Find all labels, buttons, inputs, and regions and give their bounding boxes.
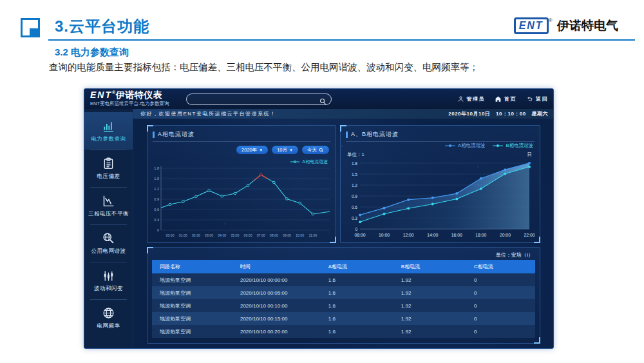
search-input[interactable] <box>192 94 317 106</box>
svg-text:0.6: 0.6 <box>154 208 159 211</box>
table-cell: 1.6 <box>321 290 393 296</box>
current-data-table: 回路名称时间A相电流B相电流C相电流地源热泵空调2020/10/10 00:00… <box>152 260 535 338</box>
flicker-bars-icon <box>102 269 115 282</box>
sidebar-item-label: 电压偏差 <box>97 173 120 181</box>
chart2-legend: A相电流谐波 B相电流谐波 <box>445 142 533 149</box>
table-cell: 回路名称 <box>152 263 232 270</box>
legend-series-b[interactable]: B相电流谐波 <box>493 142 533 149</box>
globe-icon <box>102 306 115 320</box>
table-cell: A相电流 <box>321 263 393 270</box>
svg-text:05:00: 05:00 <box>231 233 239 237</box>
user-menu-label: 返回 <box>536 95 548 103</box>
user-menu-label: 首页 <box>504 95 516 103</box>
legend-line-icon <box>493 144 503 148</box>
svg-text:22:00: 22:00 <box>524 233 535 237</box>
sidebar-item-2[interactable]: 电压偏差 <box>84 150 133 187</box>
app-logo: ENT®伊诺特仪表 ENT变电所运维云平台-电力参数查询 <box>90 90 169 106</box>
table-cell: 1.92 <box>393 277 466 283</box>
sidebar-item-label: 电力参数查询 <box>91 135 126 143</box>
ab-phase-harmonic-area-chart: 00.30.60.91.21.51.808:0010:0012:0014:001… <box>345 159 536 239</box>
table-cell: 2020/10/10 00:15:00 <box>232 316 321 322</box>
app-subtitle: ENT变电所运维云平台-电力参数查询 <box>90 101 169 106</box>
datetime-display: 2020年10月10日 10：10：00 星期六 <box>444 110 548 117</box>
filter-month-button[interactable]: 10月▼ <box>272 146 298 154</box>
search-bar[interactable] <box>186 93 332 105</box>
table-cell: 1.92 <box>393 303 466 309</box>
svg-text:0.9: 0.9 <box>352 194 357 199</box>
table-cell: 1.6 <box>321 316 393 322</box>
sidebar-item-3[interactable]: 三相电压不平衡 <box>84 187 133 224</box>
chart-panel-ab-phase: A、B相电流谐波 A相电流谐波 B相电流谐波 单位：1 日 00.30.60.9… <box>340 125 540 243</box>
svg-text:18:00: 18:00 <box>475 233 486 237</box>
sidebar-item-label: 波动和闪变 <box>94 285 123 293</box>
table-row: 地源热泵空调2020/10/10 00:10:001.61.920 <box>152 299 535 312</box>
clipboard-icon <box>102 157 115 170</box>
svg-text:1.5: 1.5 <box>154 177 159 181</box>
chart2-period-label: 日 <box>527 152 533 158</box>
table-cell: 2020/10/10 00:20:00 <box>232 329 321 335</box>
table-cell: 2020/10/10 00:05:00 <box>232 290 321 296</box>
table-row: 地源热泵空调2020/10/10 00:15:001.61.920 <box>152 312 535 325</box>
svg-text:0.3: 0.3 <box>154 218 159 222</box>
table-cell: 2020/10/10 00:00:00 <box>232 277 321 283</box>
a-phase-harmonic-line-chart: 00.30.60.91.21.51.800:0001:0002:0003:000… <box>150 163 333 239</box>
chevron-down-icon: ▼ <box>259 148 263 152</box>
svg-text:1.2: 1.2 <box>154 187 159 191</box>
search-icon <box>319 148 324 153</box>
app-logo-text: ENT <box>90 90 112 100</box>
sidebar-item-6[interactable]: 电网频率 <box>84 299 133 337</box>
company-logo: ENT® 伊诺特电气 <box>514 17 618 34</box>
app-logo-name: 伊诺特仪表 <box>116 90 163 100</box>
svg-text:04:00: 04:00 <box>218 233 226 237</box>
table-cell: 0 <box>466 329 535 335</box>
title-accent-bar <box>346 132 348 138</box>
table-cell: 地源热泵空调 <box>152 328 232 335</box>
back-icon <box>526 95 533 103</box>
sidebar-item-5[interactable]: 波动和闪变 <box>84 262 133 299</box>
table-row: 地源热泵空调2020/10/10 00:05:001.61.920 <box>152 286 535 299</box>
svg-text:14:00: 14:00 <box>427 233 438 237</box>
table-cell: 0 <box>466 316 535 322</box>
svg-text:07:00: 07:00 <box>257 233 265 237</box>
table-cell: C相电流 <box>466 263 535 270</box>
time-text: 10：10：00 <box>496 111 526 117</box>
filter-year-button[interactable]: 2020年▼ <box>236 146 268 154</box>
svg-text:02:00: 02:00 <box>192 233 200 237</box>
chevron-down-icon: ▼ <box>289 148 293 152</box>
svg-text:1.5: 1.5 <box>352 172 357 177</box>
table-cell: 1.92 <box>393 329 466 335</box>
user-menu-home[interactable]: 首页 <box>495 95 516 103</box>
page-title: 3.云平台功能 <box>55 16 149 37</box>
svg-text:0: 0 <box>157 228 159 232</box>
line-chart-icon <box>102 194 115 208</box>
sidebar-item-1[interactable]: 电力参数查询 <box>84 112 133 150</box>
svg-text:0: 0 <box>355 227 357 231</box>
current-data-table-panel: 单位：安培（I） 回路名称时间A相电流B相电流C相电流地源热泵空调2020/10… <box>147 247 540 344</box>
table-cell: 地源热泵空调 <box>152 289 232 297</box>
dashboard-screenshot: ENT®伊诺特仪表 ENT变电所运维云平台-电力参数查询 管理员首页返回 你好，… <box>84 88 554 349</box>
svg-text:1.2: 1.2 <box>352 183 357 188</box>
svg-text:0.6: 0.6 <box>352 205 357 210</box>
body-text: 查询的电能质量主要指标包括：电压偏差、三相电压不平衡、公用电网谐波、波动和闪变、… <box>49 61 616 74</box>
chart-panel-a-phase: A相电流谐波 2020年▼ 10月▼ 今天 A相电流谐波 00.30.60.91… <box>147 125 336 243</box>
registered-mark: ® <box>549 17 553 23</box>
legend-series-a[interactable]: A相电流谐波 <box>445 142 486 149</box>
title-square-icon-fill <box>30 28 38 37</box>
sidebar-item-label: 公用电网谐波 <box>91 248 126 255</box>
svg-text:12:00: 12:00 <box>403 233 414 237</box>
sidebar-item-4[interactable]: 公用电网谐波 <box>84 224 133 262</box>
table-row: 地源热泵空调2020/10/10 00:00:001.61.920 <box>152 273 535 286</box>
svg-text:06:00: 06:00 <box>244 233 252 237</box>
search-icon[interactable] <box>319 96 327 103</box>
chart1-title: A相电流谐波 <box>153 130 194 139</box>
user-menu-user[interactable]: 管理员 <box>457 95 486 103</box>
filter-today-button[interactable]: 今天 <box>302 146 329 154</box>
svg-text:09:00: 09:00 <box>283 233 291 237</box>
company-name: 伊诺特电气 <box>557 19 618 32</box>
table-cell: 0 <box>466 303 535 309</box>
user-menu-back[interactable]: 返回 <box>526 95 548 103</box>
user-menu-label: 管理员 <box>467 95 486 103</box>
table-header-row: 回路名称时间A相电流B相电流C相电流 <box>152 260 535 273</box>
table-cell: 1.6 <box>321 277 393 283</box>
svg-text:1.8: 1.8 <box>154 166 159 170</box>
